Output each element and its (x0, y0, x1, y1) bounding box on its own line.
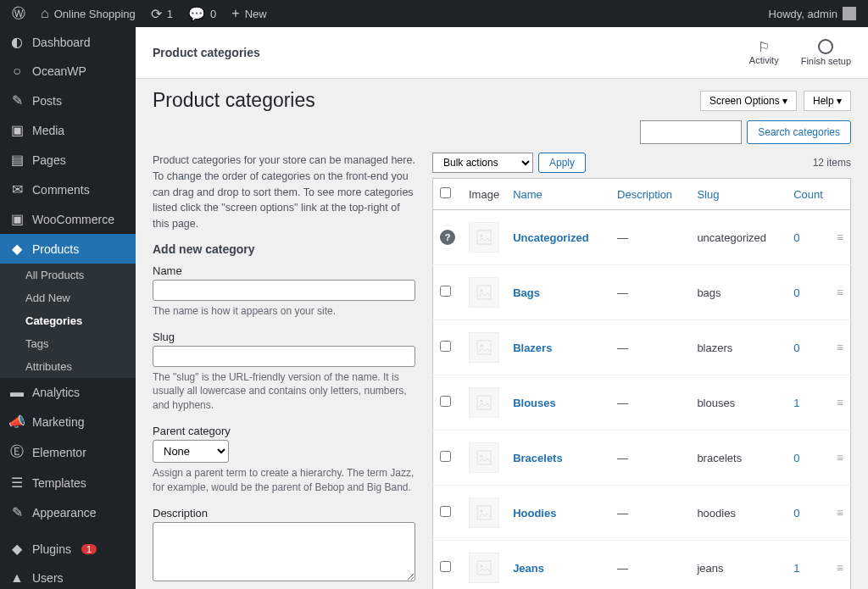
category-count-link[interactable]: 1 (793, 397, 799, 409)
drag-handle-icon[interactable]: ≡ (837, 231, 843, 244)
svg-point-15 (481, 565, 483, 568)
category-count-link[interactable]: 0 (793, 286, 799, 299)
sidebar-item-users[interactable]: ▲Users (0, 564, 136, 589)
row-checkbox[interactable] (440, 561, 451, 572)
finish-setup-button[interactable]: Finish setup (801, 39, 851, 66)
site-name: Online Shopping (54, 8, 136, 20)
drag-handle-icon[interactable]: ≡ (837, 506, 843, 520)
sidebar-item-woocommerce[interactable]: ▣WooCommerce (0, 204, 136, 234)
intro-text: Product categories for your store can be… (153, 153, 415, 232)
comments-link[interactable]: 💬0 (181, 0, 223, 27)
category-count-link[interactable]: 0 (793, 507, 799, 520)
sidebar-item-analytics[interactable]: ▬Analytics (0, 378, 136, 407)
plus-icon: + (231, 6, 239, 21)
table-row: Bags—bags0≡ (433, 265, 851, 320)
flag-icon: ⚐ (749, 39, 779, 55)
th-slug[interactable]: Slug (697, 188, 719, 201)
screen-options-button[interactable]: Screen Options ▾ (700, 91, 797, 111)
category-name-link[interactable]: Blouses (513, 397, 556, 409)
sidebar-item-posts[interactable]: ✎Posts (0, 86, 136, 115)
menu-icon: Ⓔ (8, 443, 25, 461)
category-count-link[interactable]: 0 (793, 452, 799, 464)
category-name-link[interactable]: Hoodies (513, 507, 556, 520)
category-name-link[interactable]: Jeans (513, 562, 544, 575)
th-count[interactable]: Count (793, 188, 823, 201)
row-checkbox[interactable] (440, 451, 451, 462)
category-count-link[interactable]: 1 (793, 562, 799, 575)
category-name-link[interactable]: Bags (513, 286, 540, 299)
submenu-categories[interactable]: Categories (0, 309, 136, 332)
category-description: — (610, 431, 690, 486)
menu-label: Plugins (32, 542, 71, 556)
drag-handle-icon[interactable]: ≡ (837, 561, 843, 575)
drag-handle-icon[interactable]: ≡ (837, 341, 843, 354)
sidebar-item-dashboard[interactable]: ◐Dashboard (0, 27, 136, 57)
image-placeholder (469, 387, 499, 418)
sidebar-item-appearance[interactable]: ✎Appearance (0, 497, 136, 527)
sidebar-item-oceanwp[interactable]: ○OceanWP (0, 57, 136, 86)
menu-icon: ☰ (8, 475, 25, 491)
table-row: ?Uncategorized—uncategorized0≡ (433, 210, 851, 265)
sidebar-item-comments[interactable]: ✉Comments (0, 175, 136, 204)
sidebar-item-templates[interactable]: ☰Templates (0, 468, 136, 497)
search-input[interactable] (640, 120, 742, 144)
category-name-link[interactable]: Bracelets (513, 452, 563, 464)
submenu-all-products[interactable]: All Products (0, 264, 136, 286)
howdy-link[interactable]: Howdy, admin (762, 0, 863, 27)
category-count-link[interactable]: 0 (793, 231, 799, 244)
apply-button[interactable]: Apply (538, 153, 586, 173)
th-name[interactable]: Name (513, 188, 542, 201)
sidebar-item-elementor[interactable]: ⒺElementor (0, 436, 136, 468)
submenu-attributes[interactable]: Attributes (0, 355, 136, 378)
submenu-add-new[interactable]: Add New (0, 286, 136, 309)
refresh-icon: ⟳ (151, 6, 162, 22)
parent-select[interactable]: None (153, 440, 229, 463)
category-name-link[interactable]: Blazers (513, 342, 552, 354)
row-checkbox[interactable] (440, 286, 451, 297)
activity-button[interactable]: ⚐ Activity (749, 39, 779, 66)
menu-icon: 📣 (8, 414, 25, 430)
category-description: — (610, 375, 690, 431)
slug-input[interactable] (153, 346, 415, 367)
svg-rect-4 (477, 286, 491, 299)
menu-icon: ▣ (8, 122, 25, 138)
sidebar-item-marketing[interactable]: 📣Marketing (0, 407, 136, 436)
form-heading: Add new category (153, 242, 415, 256)
site-link[interactable]: ⌂Online Shopping (34, 0, 142, 27)
drag-handle-icon[interactable]: ≡ (837, 396, 843, 409)
menu-label: Comments (32, 183, 90, 197)
svg-point-3 (481, 235, 483, 237)
sidebar-item-products[interactable]: ◆Products (0, 234, 136, 264)
updates-link[interactable]: ⟳1 (144, 0, 180, 27)
search-button[interactable]: Search categories (747, 120, 851, 144)
help-button[interactable]: Help ▾ (804, 91, 851, 111)
content-area: Product categories ⚐ Activity Finish set… (136, 27, 868, 589)
wp-logo[interactable]: Ⓦ (5, 0, 32, 27)
menu-label: OceanWP (32, 64, 86, 78)
category-count-link[interactable]: 0 (793, 342, 799, 354)
sidebar-item-media[interactable]: ▣Media (0, 115, 136, 145)
row-checkbox[interactable] (440, 396, 451, 407)
slug-label: Slug (153, 331, 415, 343)
new-link[interactable]: +New (225, 0, 273, 27)
row-checkbox[interactable] (440, 506, 451, 517)
svg-point-11 (481, 455, 483, 458)
description-input[interactable] (153, 522, 415, 581)
drag-handle-icon[interactable]: ≡ (837, 286, 843, 299)
image-placeholder (469, 222, 499, 253)
category-name-link[interactable]: Uncategorized (513, 231, 589, 244)
page-header: Product categories ⚐ Activity Finish set… (136, 27, 868, 79)
name-input[interactable] (153, 280, 415, 301)
drag-handle-icon[interactable]: ≡ (837, 451, 843, 464)
bulk-actions-select[interactable]: Bulk actions (432, 153, 533, 173)
svg-rect-10 (477, 451, 491, 464)
select-all-checkbox[interactable] (440, 187, 451, 198)
row-checkbox[interactable] (440, 341, 451, 352)
sidebar-item-plugins[interactable]: ◆Plugins1 (0, 534, 136, 564)
sidebar-item-pages[interactable]: ▤Pages (0, 145, 136, 175)
submenu-tags[interactable]: Tags (0, 332, 136, 355)
menu-label: Analytics (32, 386, 80, 399)
th-description[interactable]: Description (617, 188, 672, 201)
slug-help: The "slug" is the URL-friendly version o… (153, 370, 415, 413)
update-badge: 1 (81, 544, 97, 554)
